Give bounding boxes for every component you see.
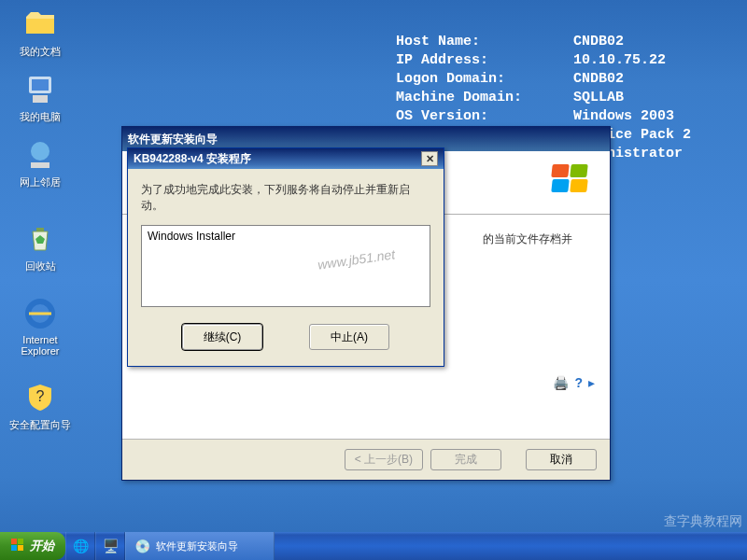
- svg-text:?: ?: [36, 388, 45, 404]
- computer-icon: [23, 73, 57, 106]
- ie-icon: [23, 297, 57, 330]
- taskbar-item-wizard[interactable]: 💿 软件更新安装向导: [125, 532, 275, 560]
- quicklaunch-ie[interactable]: 🌐: [65, 532, 95, 560]
- svg-rect-4: [31, 162, 49, 168]
- desktop-icon-mydocs[interactable]: 我的文档: [7, 7, 73, 59]
- patch-dialog: KB942288-v4 安装程序 ✕ 为了成功地完成此安装，下列服务将自动停止并…: [127, 147, 444, 367]
- wizard-help-icons: 🖨️ ? ▸: [553, 375, 595, 390]
- show-desktop-icon: 🖥️: [102, 538, 119, 554]
- shield-icon: ?: [23, 381, 57, 414]
- chevron-icon[interactable]: ▸: [588, 375, 595, 390]
- quicklaunch-desktop[interactable]: 🖥️: [95, 532, 125, 560]
- wizard-footer: < 上一步(B) 完成 取消: [122, 439, 610, 480]
- recycle-icon: [23, 222, 57, 256]
- network-icon: [23, 138, 57, 172]
- svg-rect-1: [32, 79, 49, 91]
- list-item[interactable]: Windows Installer: [148, 230, 424, 243]
- folder-icon: [23, 7, 57, 41]
- help-icon[interactable]: ?: [574, 375, 583, 390]
- watermark-brand: 查字典教程网: [664, 513, 742, 530]
- ie-icon: 🌐: [72, 538, 89, 554]
- patch-titlebar[interactable]: KB942288-v4 安装程序 ✕: [128, 148, 444, 169]
- svg-rect-2: [33, 95, 48, 103]
- finish-button: 完成: [430, 449, 501, 470]
- abort-button[interactable]: 中止(A): [309, 324, 389, 350]
- continue-button[interactable]: 继续(C): [182, 324, 262, 350]
- windows-logo-icon: [552, 164, 591, 203]
- desktop-icon-mycomputer[interactable]: 我的电脑: [7, 73, 73, 124]
- start-button[interactable]: 开始: [0, 532, 65, 560]
- desktop-icon-ie[interactable]: Internet Explorer: [7, 297, 73, 357]
- desktop: www.jb51.net 查字典教程网 我的文档 我的电脑 网上邻居 回收站 I…: [0, 0, 747, 560]
- taskbar: 开始 🌐 🖥️ 💿 软件更新安装向导: [0, 532, 747, 560]
- svg-point-3: [31, 142, 49, 161]
- windows-flag-icon: [11, 539, 26, 553]
- cancel-button[interactable]: 取消: [526, 449, 597, 470]
- services-listbox[interactable]: Windows Installer: [141, 225, 430, 307]
- installer-icon: 💿: [134, 538, 150, 554]
- close-icon[interactable]: ✕: [421, 151, 438, 166]
- back-button: < 上一步(B): [345, 449, 423, 470]
- patch-message: 为了成功地完成此安装，下列服务将自动停止并重新启动。: [141, 182, 430, 214]
- desktop-icon-network[interactable]: 网上邻居: [7, 138, 73, 189]
- printer-icon[interactable]: 🖨️: [553, 375, 569, 390]
- desktop-icon-secwiz[interactable]: ? 安全配置向导: [7, 381, 73, 432]
- desktop-icon-recycle[interactable]: 回收站: [7, 222, 73, 273]
